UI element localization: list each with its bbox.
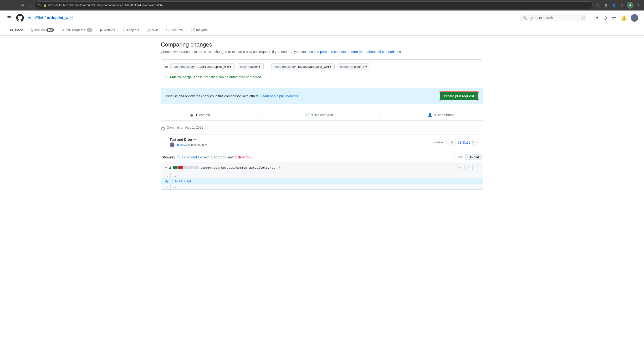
address-bar[interactable]: 🛡 🔒 https://github.com/ArduPilot/ardupil…	[34, 2, 592, 9]
browser-chrome: ← → ↻ ⌂ 🛡 🔒 https://github.com/ArduPilot…	[0, 0, 644, 11]
profile-button[interactable]: 👤	[611, 2, 617, 9]
split-view-button[interactable]: Split	[454, 154, 466, 160]
search-slash: /	[581, 16, 585, 20]
commit-left: Test and Drop ··· lida2003 committed now	[170, 138, 207, 147]
search-box[interactable]: 🔍 /	[520, 15, 587, 21]
issues-icon: ◎	[31, 28, 34, 32]
repo-link[interactable]: ardupilot_wiki	[47, 16, 73, 20]
compare-forks-link[interactable]: compare across forks	[314, 50, 346, 54]
file-collapse-chevron[interactable]: ∨	[165, 166, 167, 169]
diff-ellipsis-nums-1: ... ...	[161, 173, 180, 178]
with-text: with	[204, 155, 210, 159]
contributor-count: 1	[434, 113, 436, 117]
forward-button[interactable]: →	[11, 2, 18, 8]
download-button[interactable]: ⬇	[619, 2, 626, 9]
file-icon-diff: 📄	[176, 155, 180, 159]
browse-repo-button[interactable]: <>	[472, 139, 479, 146]
changed-files-link[interactable]: 1 changed file	[182, 155, 202, 159]
head-repo-label: head repository:	[274, 65, 296, 69]
info-banner: Discuss and review the changes in this c…	[161, 88, 483, 104]
tab-projects[interactable]: ⊞ Projects	[119, 25, 143, 35]
commit-stat-icon: ◉	[190, 113, 194, 117]
bookmark-button[interactable]: ☆	[594, 2, 600, 9]
menu-button[interactable]: ≡	[635, 2, 642, 9]
learn-pr-link[interactable]: Learn about pull requests	[260, 94, 298, 98]
showing-text: Showing	[162, 155, 175, 159]
pull-requests-header-button[interactable]: ⇄	[611, 14, 617, 22]
head-repo-select[interactable]: head repository: lida2003/ardupilot_wiki…	[271, 64, 335, 70]
tab-issues[interactable]: ◎ Issues 164	[27, 25, 58, 35]
create-pr-button[interactable]: Create pull request	[440, 92, 478, 100]
file-count: 1	[311, 113, 313, 117]
home-button[interactable]: ⌂	[28, 2, 33, 8]
base-repo-select[interactable]: base repository: ArduPilot/ardupilot_wik…	[170, 64, 234, 70]
projects-icon: ⊞	[123, 28, 126, 32]
diff-ellipsis-content-1	[180, 175, 185, 177]
commits-date: Commits on Nov 1, 2023	[166, 126, 203, 129]
commit-author[interactable]: lida2003	[176, 143, 186, 147]
diff-ellipsis-r-num-1: ...	[171, 173, 180, 178]
subtitle-text: Choose two branches to see what's change…	[161, 50, 313, 54]
commits-stat: ◉ 1 commit	[190, 113, 210, 117]
diff-hunk-header: @@ -1,6 +1,6 @@	[161, 178, 483, 184]
diff-bar-visual	[173, 166, 198, 169]
view-file-code-button[interactable]: <>	[456, 164, 463, 171]
search-input[interactable]	[529, 16, 579, 20]
hamburger-menu[interactable]: ☰	[6, 14, 12, 22]
head-repo-chevron: ▾	[330, 65, 332, 69]
merge-status: ✓ Able to merge. These branches can be a…	[165, 75, 479, 79]
banner-text: Discuss and review the changes in this c…	[166, 94, 298, 98]
compare-branch-select[interactable]: compare: patch-3 ▾	[337, 64, 370, 70]
direction-arrow: ←	[266, 65, 269, 69]
tab-pull-requests[interactable]: ⇄ Pull requests 65	[58, 25, 96, 35]
create-new-button[interactable]: ＋ ▾	[591, 15, 600, 21]
contributors-stat: 👤 1 contributor	[428, 113, 454, 117]
diff-ellipsis-l-num-2: ...	[161, 184, 171, 189]
main-content: Comparing changes Choose two branches to…	[155, 36, 489, 195]
commit-count: 1	[196, 113, 197, 117]
file-diff-header: ∨ 2 common/source/docs/common-autopilots…	[161, 162, 483, 173]
tab-insights[interactable]: 📈 Insights	[187, 25, 212, 35]
user-avatar[interactable]: A	[627, 2, 634, 9]
plus-icon: ＋	[592, 16, 596, 20]
unified-view-button[interactable]: Unified	[466, 154, 482, 160]
org-link[interactable]: ArduPilot	[28, 16, 43, 20]
diff-bar-gray-1	[183, 166, 188, 169]
compare-branch-value: patch-3	[354, 65, 364, 69]
view-file-button[interactable]: 📄	[464, 164, 471, 171]
copy-path-button[interactable]: ⎘	[277, 165, 283, 170]
learn-more-link[interactable]: learn more about diff comparisons	[350, 50, 401, 54]
user-menu[interactable]	[631, 14, 638, 22]
tab-code[interactable]: <> Code	[6, 25, 27, 35]
tab-security[interactable]: 🛡 Security	[162, 25, 187, 35]
file-more-button[interactable]: ···	[472, 164, 479, 171]
breadcrumb-separator: /	[44, 16, 46, 20]
files-stat: 📄 1 file changed	[304, 113, 333, 117]
base-repo-value: ArduPilot/ardupilot_wiki	[197, 65, 229, 69]
github-logo[interactable]	[16, 14, 24, 22]
tab-wiki[interactable]: 📖 Wiki	[143, 25, 162, 35]
notifications-button[interactable]: 🔔	[620, 14, 628, 22]
commit-hash-link[interactable]: 98f5a52	[458, 141, 470, 144]
insights-icon: 📈	[191, 28, 195, 32]
code-icon: <>	[10, 28, 13, 32]
and-text: and	[228, 155, 234, 159]
diff-ellipsis-nums-2: ... ...	[161, 184, 180, 189]
issues-button[interactable]: ⊙	[602, 14, 608, 22]
stat-divider-2: |	[380, 112, 381, 118]
diff-stats-text: Showing 📄 1 changed file with 1 addition…	[162, 155, 253, 159]
commits-section: Commits on Nov 1, 2023 Test and Drop ···…	[161, 126, 483, 150]
extensions-button[interactable]: ⊞	[602, 2, 609, 9]
refresh-button[interactable]: ↻	[20, 2, 26, 9]
pr-badge: 65	[86, 28, 92, 32]
copy-hash-button[interactable]: ⎘	[449, 139, 456, 146]
deletions-count: 1 deletion	[235, 155, 250, 159]
base-branch-select[interactable]: base: master ▾	[237, 64, 264, 70]
back-button[interactable]: ←	[2, 2, 9, 8]
commit-dots: ···	[193, 138, 196, 142]
tab-actions[interactable]: ▶ Actions	[96, 25, 119, 35]
diff-header-bar: Showing 📄 1 changed file with 1 addition…	[161, 154, 483, 160]
additions-count: 1 addition	[211, 155, 227, 159]
commit-info: Test and Drop ··· lida2003 committed now	[170, 138, 207, 147]
head-repo-value: lida2003/ardupilot_wiki	[298, 65, 329, 69]
